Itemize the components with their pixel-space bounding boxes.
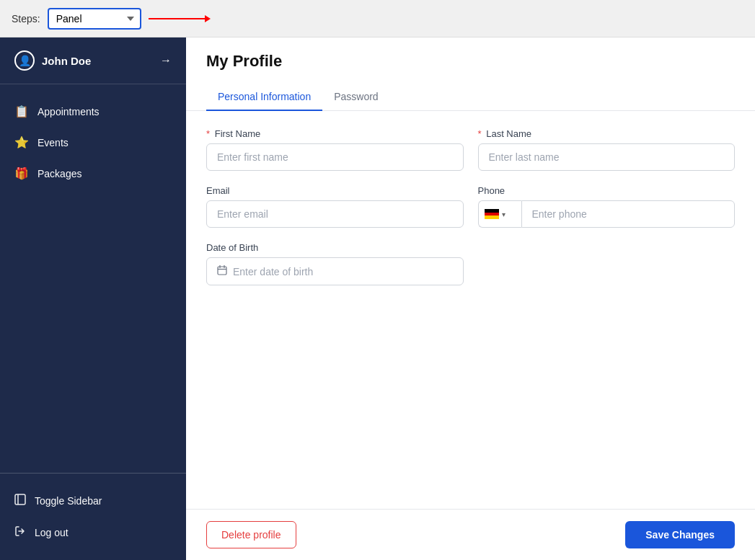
delete-profile-button[interactable]: Delete profile xyxy=(206,521,296,548)
tab-password[interactable]: Password xyxy=(322,84,389,111)
first-name-group: * First Name xyxy=(206,128,464,171)
page-header: My Profile xyxy=(186,37,755,71)
arrow-indicator xyxy=(149,18,206,19)
phone-label: Phone xyxy=(478,185,736,196)
top-bar: Steps: Panel Step 1 Step 2 xyxy=(0,0,755,37)
form-area: * First Name * Last Name Email xyxy=(186,111,755,509)
email-label: Email xyxy=(206,185,464,196)
german-flag-icon xyxy=(485,209,499,219)
dob-label: Date of Birth xyxy=(206,242,464,253)
events-icon: ⭐ xyxy=(14,135,29,149)
calendar-icon xyxy=(217,265,227,277)
main-layout: 👤 John Doe → 📋 Appointments ⭐ Events 🎁 P… xyxy=(0,37,755,560)
logout-icon xyxy=(14,525,26,540)
user-avatar-icon: 👤 xyxy=(14,50,35,71)
phone-country-chevron-icon: ▾ xyxy=(502,210,505,218)
dob-group: Date of Birth xyxy=(206,242,464,285)
first-name-input[interactable] xyxy=(206,143,464,171)
last-name-label: * Last Name xyxy=(478,128,736,139)
svg-rect-2 xyxy=(218,267,226,275)
phone-country-select[interactable]: ▾ xyxy=(478,200,521,228)
first-name-label: * First Name xyxy=(206,128,464,139)
sidebar-item-appointments[interactable]: 📋 Appointments xyxy=(0,96,186,127)
packages-icon: 🎁 xyxy=(14,166,29,180)
sidebar-item-logout[interactable]: Log out xyxy=(0,517,186,548)
phone-group: Phone ▾ xyxy=(478,185,736,228)
name-row: * First Name * Last Name xyxy=(206,128,735,171)
sidebar-item-events[interactable]: ⭐ Events xyxy=(0,127,186,158)
page-title: My Profile xyxy=(206,52,735,71)
dob-spacer xyxy=(478,242,736,285)
email-input[interactable] xyxy=(206,200,464,228)
email-phone-row: Email Phone ▾ xyxy=(206,185,735,228)
dob-input-wrapper[interactable] xyxy=(206,257,464,285)
appointments-icon: 📋 xyxy=(14,105,29,118)
svg-rect-0 xyxy=(15,494,25,505)
toggle-sidebar-label: Toggle Sidebar xyxy=(35,495,102,507)
last-name-required: * xyxy=(478,128,482,139)
main-content: My Profile Personal Information Password… xyxy=(186,37,755,560)
sidebar-nav: 📋 Appointments ⭐ Events 🎁 Packages xyxy=(0,84,186,473)
email-group: Email xyxy=(206,185,464,228)
sidebar-item-toggle-sidebar[interactable]: Toggle Sidebar xyxy=(0,485,186,517)
phone-input[interactable] xyxy=(521,200,736,228)
toggle-sidebar-icon xyxy=(14,494,26,508)
steps-select[interactable]: Panel Step 1 Step 2 xyxy=(48,8,141,30)
sidebar-bottom: Toggle Sidebar Log out xyxy=(0,473,186,560)
save-changes-button[interactable]: Save Changes xyxy=(625,521,735,548)
steps-label: Steps: xyxy=(12,13,40,25)
first-name-required: * xyxy=(206,128,210,139)
form-footer: Delete profile Save Changes xyxy=(186,509,755,560)
tabs: Personal Information Password xyxy=(186,84,755,111)
dob-input[interactable] xyxy=(233,266,453,277)
phone-input-group: ▾ xyxy=(478,200,736,228)
tab-personal-information[interactable]: Personal Information xyxy=(206,84,322,111)
sidebar-username: John Doe xyxy=(42,55,91,67)
sidebar-item-packages[interactable]: 🎁 Packages xyxy=(0,158,186,189)
sidebar-user-arrow-icon: → xyxy=(160,54,172,67)
sidebar-item-label: Events xyxy=(37,137,69,148)
sidebar-item-label: Appointments xyxy=(37,106,100,117)
last-name-group: * Last Name xyxy=(478,128,736,171)
sidebar-item-label: Packages xyxy=(37,168,81,179)
logout-label: Log out xyxy=(35,527,69,538)
sidebar-user-item[interactable]: 👤 John Doe → xyxy=(0,37,186,84)
sidebar: 👤 John Doe → 📋 Appointments ⭐ Events 🎁 P… xyxy=(0,37,186,560)
last-name-input[interactable] xyxy=(478,143,736,171)
dob-row: Date of Birth xyxy=(206,242,735,285)
